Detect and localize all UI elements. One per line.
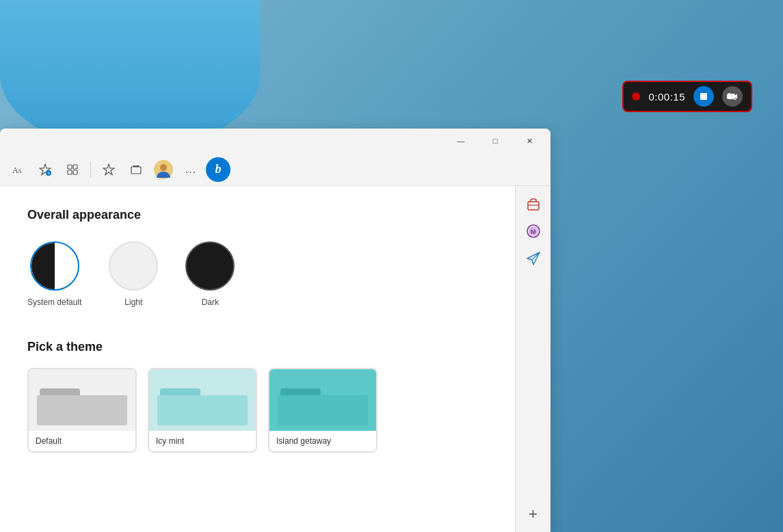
svg-rect-9	[131, 167, 141, 174]
toggle-camera-button[interactable]	[722, 86, 743, 107]
svg-rect-6	[73, 165, 77, 169]
island-folder	[278, 388, 368, 425]
profile-button[interactable]	[151, 157, 176, 182]
folder-body	[157, 395, 248, 425]
background-shape-top	[0, 0, 260, 150]
svg-rect-13	[528, 202, 539, 210]
default-theme-card[interactable]: Default	[27, 368, 137, 453]
add-icon: +	[529, 507, 538, 522]
bing-label: b	[215, 162, 222, 176]
camera-icon	[727, 91, 738, 102]
extensions-button[interactable]	[60, 157, 85, 182]
add-favorite-icon: +	[39, 163, 51, 176]
bing-button[interactable]: b	[206, 157, 230, 182]
icy-mint-folder	[157, 388, 248, 425]
settings-panel: Overall appearance System default Light	[0, 186, 515, 532]
toolbar-divider-1	[90, 161, 91, 178]
favorites-icon	[103, 163, 115, 176]
folder-body	[37, 395, 127, 425]
collections-button[interactable]	[124, 157, 148, 182]
briefcase-icon	[526, 196, 541, 211]
font-icon: A A	[12, 163, 24, 176]
light-circle	[109, 241, 158, 291]
light-option[interactable]: Light	[109, 241, 158, 307]
island-theme-preview	[269, 369, 376, 431]
svg-point-12	[160, 164, 167, 171]
svg-rect-7	[68, 170, 72, 174]
icy-mint-theme-preview	[149, 369, 256, 431]
stop-icon	[700, 93, 707, 100]
recording-indicator	[632, 92, 640, 101]
avatar	[154, 160, 173, 179]
default-theme-preview	[29, 369, 135, 431]
appearance-section-title: Overall appearance	[27, 208, 488, 222]
sidebar-send-button[interactable]	[521, 246, 546, 271]
stop-recording-button[interactable]	[693, 86, 714, 107]
recording-toolbar: 0:00:15	[622, 81, 752, 112]
paper-plane-icon	[526, 251, 541, 266]
folder-tab	[160, 388, 200, 395]
extensions-icon	[66, 163, 79, 176]
maximize-button[interactable]: □	[479, 130, 511, 152]
title-bar: — □ ✕	[0, 129, 550, 153]
folder-body	[278, 395, 368, 425]
svg-rect-10	[133, 165, 140, 167]
favorites-button[interactable]	[96, 157, 121, 182]
svg-text:+: +	[47, 170, 51, 176]
sidebar-briefcase-button[interactable]	[521, 191, 546, 216]
sidebar-add-button[interactable]: +	[521, 502, 546, 527]
minimize-button[interactable]: —	[445, 130, 477, 152]
window-controls: — □ ✕	[445, 130, 545, 152]
browser-toolbar: A A +	[0, 153, 550, 186]
add-favorite-button[interactable]: +	[33, 157, 57, 182]
dark-circle	[185, 241, 235, 291]
browser-content: Overall appearance System default Light	[0, 186, 550, 532]
browser-sidebar: M +	[515, 186, 550, 532]
dark-half	[31, 243, 55, 289]
default-folder	[37, 388, 127, 425]
appearance-options: System default Light Dark	[27, 241, 488, 307]
svg-rect-8	[73, 170, 77, 174]
svg-text:M: M	[531, 228, 536, 235]
island-theme-card[interactable]: Island getaway	[268, 368, 377, 453]
sidebar-microsoft-button[interactable]: M	[521, 219, 546, 243]
system-default-circle	[30, 241, 79, 291]
folder-tab	[280, 388, 321, 395]
default-theme-label: Default	[29, 431, 135, 451]
icy-mint-theme-label: Icy mint	[149, 431, 256, 451]
light-label: Light	[124, 297, 142, 307]
system-default-label: System default	[27, 297, 81, 307]
theme-options: Default Icy mint	[27, 368, 488, 453]
close-button[interactable]: ✕	[514, 130, 545, 152]
more-button[interactable]: ...	[178, 157, 203, 182]
microsoft-icon: M	[526, 224, 541, 239]
recording-timer: 0:00:15	[648, 91, 685, 103]
svg-text:A: A	[18, 168, 22, 174]
font-size-button[interactable]: A A	[5, 157, 30, 182]
collections-icon	[130, 163, 142, 176]
system-default-option[interactable]: System default	[27, 241, 81, 307]
more-dots: ...	[185, 163, 196, 176]
island-theme-label: Island getaway	[269, 431, 376, 451]
svg-rect-5	[68, 165, 72, 169]
theme-section-title: Pick a theme	[27, 340, 488, 354]
dark-label: Dark	[202, 297, 219, 307]
dark-option[interactable]: Dark	[185, 241, 235, 307]
folder-tab	[40, 388, 80, 395]
icy-mint-theme-card[interactable]: Icy mint	[148, 368, 257, 453]
browser-window: — □ ✕ A A +	[0, 129, 550, 532]
